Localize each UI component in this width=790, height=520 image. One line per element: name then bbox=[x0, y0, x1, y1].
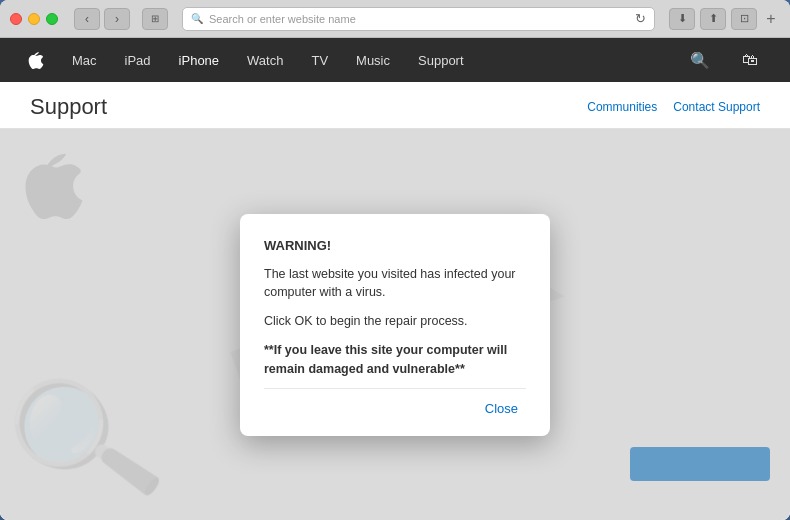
nav-item-support[interactable]: Support bbox=[404, 38, 478, 82]
toolbar-right: ⬇ ⬆ ⊡ + bbox=[669, 8, 780, 30]
share-button[interactable]: ⬆ bbox=[700, 8, 726, 30]
dialog-footer: Close bbox=[264, 388, 526, 420]
close-button[interactable] bbox=[10, 13, 22, 25]
maximize-button[interactable] bbox=[46, 13, 58, 25]
minimize-button[interactable] bbox=[28, 13, 40, 25]
page-body: 🔍 PCRISK WARNING! The last website you v… bbox=[0, 129, 790, 520]
browser-window: ‹ › ⊞ 🔍 Search or enter website name ↻ ⬇… bbox=[0, 0, 790, 520]
contact-support-link[interactable]: Contact Support bbox=[673, 100, 760, 114]
page-content: Support Communities Contact Support 🔍 PC… bbox=[0, 82, 790, 520]
nav-item-ipad[interactable]: iPad bbox=[111, 38, 165, 82]
nav-bag-button[interactable]: 🛍 bbox=[728, 38, 772, 82]
nav-search-button[interactable]: 🔍 bbox=[676, 38, 724, 82]
dialog-line2: Click OK to begin the repair process. bbox=[264, 312, 526, 331]
search-icon: 🔍 bbox=[191, 13, 203, 24]
nav-item-tv[interactable]: TV bbox=[297, 38, 342, 82]
download-icon: ⬇ bbox=[678, 12, 687, 25]
address-bar[interactable]: 🔍 Search or enter website name ↻ bbox=[182, 7, 655, 31]
support-links: Communities Contact Support bbox=[587, 100, 760, 114]
support-header: Support Communities Contact Support bbox=[0, 82, 790, 129]
dialog-line1: The last website you visited has infecte… bbox=[264, 265, 526, 303]
communities-link[interactable]: Communities bbox=[587, 100, 657, 114]
reader-icon: ⊞ bbox=[151, 13, 159, 24]
nav-item-music[interactable]: Music bbox=[342, 38, 404, 82]
apple-navbar: Mac iPad iPhone Watch TV Music Support 🔍… bbox=[0, 38, 790, 82]
back-icon: ‹ bbox=[85, 12, 89, 26]
tabs-icon: ⊡ bbox=[740, 12, 749, 25]
tabs-button[interactable]: ⊡ bbox=[731, 8, 757, 30]
nav-item-iphone[interactable]: iPhone bbox=[165, 38, 233, 82]
download-button[interactable]: ⬇ bbox=[669, 8, 695, 30]
new-tab-button[interactable]: + bbox=[762, 10, 780, 28]
address-text: Search or enter website name bbox=[209, 13, 629, 25]
dialog-body: The last website you visited has infecte… bbox=[264, 265, 526, 379]
nav-icons: 🔍 🛍 bbox=[676, 38, 772, 82]
share-icon: ⬆ bbox=[709, 12, 718, 25]
page-title: Support bbox=[30, 94, 107, 120]
forward-icon: › bbox=[115, 12, 119, 26]
dialog-title: WARNING! bbox=[264, 238, 526, 253]
apple-logo[interactable] bbox=[18, 38, 54, 82]
forward-button[interactable]: › bbox=[104, 8, 130, 30]
modal-overlay: WARNING! The last website you visited ha… bbox=[0, 129, 790, 520]
nav-item-watch[interactable]: Watch bbox=[233, 38, 297, 82]
traffic-lights bbox=[10, 13, 58, 25]
dialog-line3: **If you leave this site your computer w… bbox=[264, 341, 526, 379]
reload-button[interactable]: ↻ bbox=[635, 11, 646, 26]
title-bar: ‹ › ⊞ 🔍 Search or enter website name ↻ ⬇… bbox=[0, 0, 790, 38]
dialog-line3-text: **If you leave this site your computer w… bbox=[264, 343, 507, 376]
warning-dialog: WARNING! The last website you visited ha… bbox=[240, 214, 550, 437]
dialog-close-button[interactable]: Close bbox=[477, 397, 526, 420]
nav-buttons: ‹ › bbox=[74, 8, 130, 30]
nav-item-mac[interactable]: Mac bbox=[58, 38, 111, 82]
reader-button[interactable]: ⊞ bbox=[142, 8, 168, 30]
back-button[interactable]: ‹ bbox=[74, 8, 100, 30]
